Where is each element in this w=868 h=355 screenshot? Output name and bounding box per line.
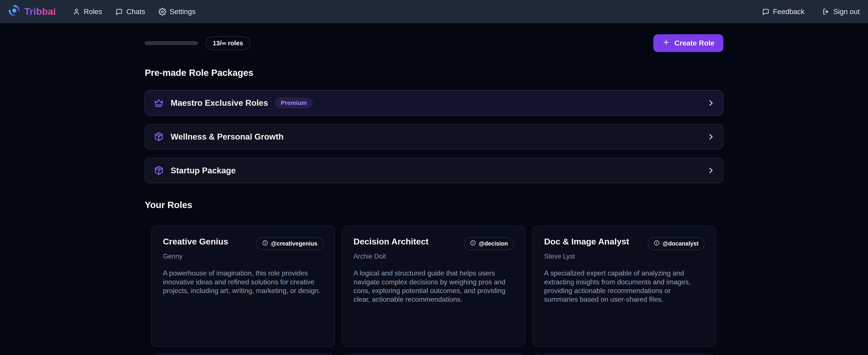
role-title: Doc & Image Analyst	[544, 237, 629, 247]
premium-badge: Premium	[275, 97, 313, 109]
role-handle: @creativegenius	[271, 240, 317, 247]
create-role-button[interactable]: Create Role	[653, 34, 723, 52]
role-subtitle: Steve Lyst	[544, 253, 705, 260]
sign-out-button[interactable]: Sign out	[822, 7, 860, 16]
package-icon	[154, 131, 164, 142]
role-cards-grid: Creative Genius @creativegenius Genny A …	[151, 226, 716, 347]
role-title: Decision Architect	[353, 237, 428, 247]
role-subtitle: Genny	[163, 253, 323, 260]
sign-out-label: Sign out	[833, 7, 860, 16]
card-header: Decision Architect @decision	[353, 237, 514, 250]
user-icon	[72, 8, 80, 16]
nav-item-label: Roles	[84, 7, 102, 16]
role-description: A logical and structured guide that help…	[353, 269, 514, 304]
package-label: Wellness & Personal Growth	[170, 132, 283, 142]
role-handle-badge: @docanalyst	[648, 237, 705, 250]
package-list: Maestro Exclusive Roles Premium Wellness…	[145, 90, 723, 183]
brand-logo[interactable]: Tribbai	[8, 5, 56, 19]
package-row-wellness[interactable]: Wellness & Personal Growth	[145, 124, 723, 150]
feedback-button[interactable]: Feedback	[762, 7, 805, 16]
plus-icon	[662, 38, 670, 48]
chevron-right-icon	[707, 132, 715, 141]
role-card-partial[interactable]	[532, 354, 716, 355]
info-icon	[470, 240, 476, 247]
nav-right-group: Feedback Sign out	[762, 7, 860, 16]
roles-count-badge: 13/∞ roles	[206, 36, 250, 50]
nav-item-settings[interactable]: Settings	[158, 7, 195, 16]
top-navbar: Tribbai Roles Chats	[0, 0, 868, 23]
nav-item-roles[interactable]: Roles	[72, 7, 102, 16]
role-card-decision-architect[interactable]: Decision Architect @decision Archie Doit…	[342, 226, 525, 347]
roles-progress-bar	[145, 41, 198, 45]
role-description: A specialized expert capable of analyzin…	[544, 269, 705, 304]
package-icon	[154, 165, 164, 176]
nav-item-label: Chats	[126, 7, 145, 16]
chevron-right-icon	[707, 99, 715, 107]
package-row-maestro[interactable]: Maestro Exclusive Roles Premium	[145, 90, 723, 116]
nav-item-label: Settings	[169, 7, 195, 16]
feedback-label: Feedback	[773, 7, 805, 16]
chat-icon	[115, 8, 123, 16]
card-header: Doc & Image Analyst @docanalyst	[544, 237, 705, 250]
role-cards-grid-partial	[151, 354, 716, 355]
chevron-right-icon	[707, 166, 715, 175]
role-handle: @docanalyst	[662, 240, 699, 247]
crown-icon	[154, 98, 164, 108]
brand-name: Tribbai	[24, 6, 56, 17]
role-card-partial[interactable]	[151, 354, 335, 355]
primary-nav: Roles Chats Settings	[72, 7, 195, 16]
chat-icon	[762, 8, 770, 16]
role-card-partial[interactable]	[342, 354, 525, 355]
logout-icon	[822, 8, 830, 16]
package-label: Startup Package	[170, 166, 236, 175]
tribbai-logo-icon	[8, 5, 20, 19]
package-label: Maestro Exclusive Roles	[170, 98, 268, 108]
package-row-startup[interactable]: Startup Package	[145, 158, 723, 183]
role-handle-badge: @creativegenius	[256, 237, 323, 250]
your-roles-section-title: Your Roles	[145, 200, 723, 210]
role-handle: @decision	[479, 240, 508, 247]
roles-toolbar: 13/∞ roles Create Role	[145, 34, 723, 52]
packages-section-title: Pre-made Role Packages	[145, 68, 723, 78]
nav-item-chats[interactable]: Chats	[115, 7, 145, 16]
app-window: Tribbai Roles Chats	[0, 0, 868, 355]
create-role-label: Create Role	[674, 39, 714, 47]
role-card-doc-image-analyst[interactable]: Doc & Image Analyst @docanalyst Steve Ly…	[532, 226, 716, 347]
role-subtitle: Archie Doit	[353, 253, 514, 260]
info-icon	[654, 240, 660, 247]
gear-icon	[158, 8, 166, 16]
card-header: Creative Genius @creativegenius	[163, 237, 323, 250]
role-description: A powerhouse of imagination, this role p…	[163, 269, 323, 295]
role-title: Creative Genius	[163, 237, 228, 247]
info-icon	[262, 240, 268, 247]
role-card-creative-genius[interactable]: Creative Genius @creativegenius Genny A …	[151, 226, 335, 347]
role-handle-badge: @decision	[464, 237, 514, 250]
main-content: 13/∞ roles Create Role Pre-made Role Pac…	[145, 34, 723, 355]
